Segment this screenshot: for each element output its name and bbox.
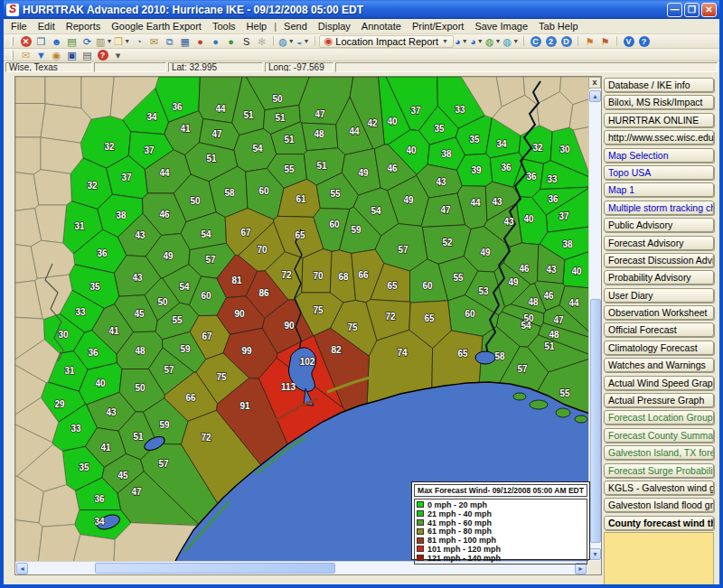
menu-annotate[interactable]: Annotate	[356, 20, 407, 33]
sidebar-item-public-advisory[interactable]: Public Advisory	[604, 218, 714, 232]
sidebar-item-observation-worksheet[interactable]: Observation Worksheet	[604, 305, 714, 320]
scroll-up-icon[interactable]: ▲	[589, 90, 601, 102]
dropdown-arrow-icon[interactable]: ▼	[512, 38, 519, 44]
county-region[interactable]	[73, 535, 115, 563]
dropdown-arrow-icon[interactable]: ▼	[288, 38, 295, 44]
folder-open-icon[interactable]: ❒▼	[114, 35, 130, 47]
menu-reports[interactable]: Reports	[61, 20, 107, 33]
menu-tab-help[interactable]: Tab Help	[533, 20, 583, 33]
impact-person-1-icon[interactable]: ⚑	[583, 35, 596, 47]
county-region[interactable]	[81, 77, 114, 119]
sidebar-item-map-selection[interactable]: Map Selection	[604, 148, 714, 163]
location-impact-report-button[interactable]: ◉Location Impact Report▼	[319, 35, 454, 48]
map-close-icon[interactable]: x	[588, 77, 601, 89]
menu-send[interactable]: Send	[278, 20, 313, 33]
sidebar-item-actual-pressure-graph[interactable]: Actual Pressure Graph	[604, 393, 714, 407]
close-button[interactable]: ✕	[701, 3, 717, 17]
sidebar-item-biloxi-ms-risk-impact[interactable]: Biloxi, MS Risk/Impact	[604, 95, 714, 109]
refresh-icon[interactable]: ⟳	[80, 35, 94, 47]
sidebar-item-official-forecast[interactable]: Official Forecast	[604, 322, 714, 337]
print-icon[interactable]: ▤	[80, 49, 94, 61]
county-region[interactable]	[45, 77, 81, 108]
report-list-icon[interactable]: ▤	[65, 35, 79, 47]
toolbar-grip[interactable]	[11, 51, 14, 60]
sidebar-item-database-ike-info[interactable]: Database / IKE info	[604, 78, 714, 92]
sidebar-item-actual-wind-speed-graph[interactable]: Actual Wind Speed Graph	[604, 376, 714, 390]
circle-c-icon[interactable]: C	[529, 35, 542, 47]
globe-red-icon[interactable]: ●	[193, 35, 207, 47]
stamp-icon[interactable]: ◉	[50, 49, 63, 61]
help-blue-icon[interactable]: ?	[637, 35, 651, 47]
sidebar-item-probability-advisory[interactable]: Probability Advisory	[604, 270, 714, 285]
county-region[interactable]	[15, 520, 42, 563]
toolbar-overflow-icon[interactable]: ▾	[111, 49, 125, 61]
sidebar-item-galveston-island-tx-forecast-detail[interactable]: Galveston Island, TX forecast detail	[604, 445, 714, 460]
map-vertical-scrollbar[interactable]: ▲ ▼	[588, 89, 601, 561]
help-red-icon[interactable]: ?	[96, 49, 109, 61]
export-blue-globe-icon[interactable]: ◍▼	[503, 35, 520, 47]
dropdown-arrow-icon[interactable]: ▼	[495, 38, 502, 44]
sidebar-item-http-www-ssec-wisc-edu-data-g8-lat[interactable]: http://www.ssec.wisc.edu/data/g8/lat	[604, 130, 714, 145]
close-red-icon[interactable]: ✕	[19, 35, 33, 47]
menu-display[interactable]: Display	[313, 20, 356, 33]
menu-print-export[interactable]: Print/Export	[407, 20, 469, 33]
sidebar-item-climatology-forecast[interactable]: Climatology Forecast	[604, 341, 714, 355]
detail-report-icon[interactable]: ◕▼	[470, 35, 484, 47]
menu-tools[interactable]: Tools	[207, 20, 241, 33]
export-green-globe-icon[interactable]: ◍▼	[485, 35, 502, 47]
globe-export-icon[interactable]: ◍▼	[278, 35, 295, 47]
sidebar-item-forecast-location-group-summary[interactable]: Forecast Location Group Summary	[604, 410, 714, 425]
menu-save-image[interactable]: Save Image	[469, 20, 533, 33]
storm-symbol-icon[interactable]: S	[239, 35, 253, 47]
sidebar-item-forecast-county-summary[interactable]: Forecast County Summary	[604, 428, 714, 443]
sidebar-item-forecast-advisory[interactable]: Forecast Advisory	[604, 236, 714, 250]
title-bar[interactable]: S HURRTRAK Advanced 2010: Hurricane IKE …	[4, 0, 719, 19]
scroll-left-icon[interactable]: ◄	[16, 563, 28, 574]
sidebar-item-hurrtrak-online[interactable]: HURRTRAK ONLINE	[604, 113, 714, 127]
menu-edit[interactable]: Edit	[33, 20, 61, 33]
minimize-button[interactable]: —	[667, 3, 682, 17]
dropdown-arrow-icon[interactable]: ▼	[124, 38, 130, 44]
sidebar-item-watches-and-warnings[interactable]: Watches and Warnings	[604, 358, 714, 372]
sidebar-item-county-forecast-wind-thematic[interactable]: County forecast wind thematic	[604, 516, 714, 530]
impact-person-2-icon[interactable]: ⚑	[598, 35, 612, 47]
save-icon[interactable]: ▣	[65, 49, 79, 61]
toolbar-grip[interactable]	[11, 37, 14, 46]
sidebar-item-forecast-surge-probability[interactable]: Forecast Surge Probability	[604, 463, 714, 478]
circle-2-icon[interactable]: 2	[544, 35, 558, 47]
mail-image-icon[interactable]: ✉	[147, 35, 161, 47]
dropdown-arrow-icon[interactable]: ▼	[106, 38, 112, 44]
sidebar-item-topo-usa[interactable]: Topo USA	[604, 165, 714, 180]
sidebar-item-forecast-discussion-advisory[interactable]: Forecast Discussion Advisory	[604, 253, 714, 267]
images-icon[interactable]: ⧉	[163, 35, 176, 47]
dropdown-arrow-icon[interactable]: ▼	[477, 38, 484, 44]
v72-icon[interactable]: V	[622, 35, 635, 47]
maximize-button[interactable]: ❐	[684, 3, 700, 17]
menu-help[interactable]: Help	[241, 20, 273, 33]
menu-google-earth-export[interactable]: Google Earth Export	[106, 20, 207, 33]
dropdown-arrow-icon[interactable]: ▼	[304, 38, 310, 44]
summary-report-icon[interactable]: ◕▼	[455, 35, 468, 47]
scroll-right-icon[interactable]: ►	[575, 563, 587, 574]
sidebar-item-kgls-galveston-wind-graph[interactable]: KGLS - Galveston wind graph	[604, 481, 714, 495]
county-region[interactable]	[15, 137, 41, 174]
mail-open-icon[interactable]: ✉	[19, 49, 33, 61]
history-icon[interactable]: ◔	[132, 35, 146, 47]
circle-d-icon[interactable]: D	[559, 35, 573, 47]
map-icon[interactable]: ▦	[178, 35, 192, 47]
google-earth-icon[interactable]: ◒▼	[296, 35, 310, 47]
window-icon[interactable]: ❐	[34, 35, 48, 47]
server-icon[interactable]: ▥▼	[96, 35, 112, 47]
sidebar-item-user-diary[interactable]: User Diary	[604, 288, 714, 303]
menu-file[interactable]: File	[5, 20, 33, 33]
hscroll-thumb[interactable]	[95, 563, 335, 574]
county-region[interactable]	[33, 170, 71, 205]
globe-earth-icon[interactable]: ●	[209, 35, 222, 47]
county-region[interactable]	[15, 104, 45, 138]
vscroll-thumb[interactable]	[590, 299, 601, 543]
user-icon[interactable]: ☻	[50, 35, 63, 47]
sidebar-item-galveston-island-flood-graph[interactable]: Galveston Island flood graph	[604, 498, 714, 512]
send-to-icon[interactable]: ▼	[34, 49, 48, 61]
scroll-down-icon[interactable]: ▼	[589, 548, 601, 560]
sidebar-item-map-1[interactable]: Map 1	[604, 182, 714, 197]
